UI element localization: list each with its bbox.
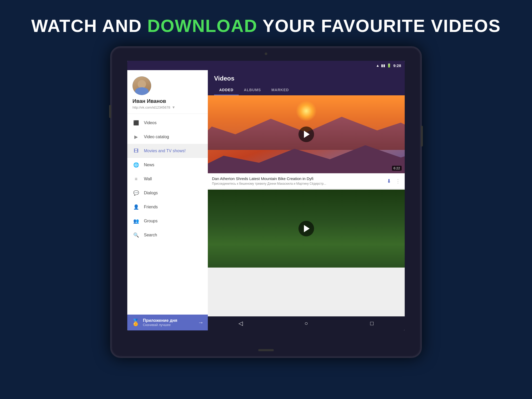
dropdown-icon[interactable]: ▼ xyxy=(172,105,175,109)
promo-title: Приложение дня xyxy=(143,318,195,323)
sidebar-item-movies[interactable]: 🎞 Movies and TV shows! xyxy=(127,144,208,158)
sidebar-item-videos-label: Videos xyxy=(144,121,157,125)
wall-icon: ≡ xyxy=(132,175,140,183)
home-button[interactable]: ○ xyxy=(300,317,313,330)
sidebar-item-dialogs-label: Dialogs xyxy=(144,191,158,195)
avatar xyxy=(132,76,151,95)
groups-icon: 👥 xyxy=(132,217,140,225)
video-title-text-1: Dan Atherton Shreds Latest Mountain Bike… xyxy=(212,176,384,181)
promo-subtitle: Скачивай лучшее xyxy=(143,323,195,327)
play-button-1[interactable] xyxy=(298,127,314,142)
friends-icon: 👤 xyxy=(132,203,140,211)
app-content: Иван Иванов http://vk.com/id12345678 ▼ ⬛… xyxy=(127,70,405,330)
sidebar-item-search-label: Search xyxy=(144,233,157,237)
video-list: 6:22 Dan Atherton Shreds Latest Mountain… xyxy=(208,95,405,316)
promo-arrow-icon: → xyxy=(198,319,204,326)
promo-text: Приложение дня Скачивай лучшее xyxy=(143,318,195,327)
sidebar-item-movies-label: Movies and TV shows! xyxy=(144,149,186,153)
tab-marked[interactable]: MARKED xyxy=(266,85,294,95)
video-duration-1: 6:22 xyxy=(392,166,402,171)
headline-highlight: DOWNLOAD xyxy=(147,16,257,36)
back-button[interactable]: ◁ xyxy=(234,317,247,330)
user-url: http://vk.com/id12345678 xyxy=(132,105,170,109)
download-button-1[interactable]: ⬇ xyxy=(387,178,391,184)
bottom-nav: ◁ ○ □ xyxy=(208,316,405,330)
sidebar-item-wall[interactable]: ≡ Wall xyxy=(127,172,208,186)
user-profile: Иван Иванов http://vk.com/id12345678 ▼ xyxy=(127,70,208,114)
tablet-camera xyxy=(265,52,267,55)
video-info-1: Dan Atherton Shreds Latest Mountain Bike… xyxy=(208,173,405,189)
promo-icon: 🏅 xyxy=(131,318,140,327)
video-actions-1: ⬇ ⋮ xyxy=(387,178,401,184)
sidebar: Иван Иванов http://vk.com/id12345678 ▼ ⬛… xyxy=(127,70,208,330)
sidebar-item-search[interactable]: 🔍 Search xyxy=(127,228,208,242)
videos-icon: ⬛ xyxy=(132,119,140,127)
sidebar-item-groups-label: Groups xyxy=(144,219,157,223)
page-headline: WATCH AND DOWNLOAD YOUR FAVOURITE VIDEOS xyxy=(31,16,501,36)
video-catalog-icon: ▶ xyxy=(132,133,140,141)
sidebar-item-friends-label: Friends xyxy=(144,205,158,209)
sidebar-item-news[interactable]: 🌐 News xyxy=(127,158,208,172)
wifi-icon: ▲ xyxy=(376,63,380,68)
tablet-screen: ▲ ▮▮ 🔋 9:28 Иван Иванов xyxy=(127,61,405,330)
promo-banner[interactable]: 🏅 Приложение дня Скачивай лучшее → xyxy=(127,315,208,330)
content-title: Videos xyxy=(214,75,398,82)
sidebar-item-friends[interactable]: 👤 Friends xyxy=(127,200,208,214)
tab-added[interactable]: ADDED xyxy=(214,85,239,95)
search-icon: 🔍 xyxy=(132,231,140,239)
play-button-2[interactable] xyxy=(298,221,314,236)
tablet-power-button[interactable] xyxy=(421,126,423,147)
battery-icon: 🔋 xyxy=(387,63,391,68)
nav-list: ⬛ Videos ▶ Video catalog 🎞 Movies and TV… xyxy=(127,114,208,315)
video-card: 6:22 Dan Atherton Shreds Latest Mountain… xyxy=(208,95,405,189)
sidebar-item-news-label: News xyxy=(144,163,154,167)
user-url-row: http://vk.com/id12345678 ▼ xyxy=(132,105,203,109)
dialogs-icon: 💬 xyxy=(132,189,140,197)
tablet-device: ▲ ▮▮ 🔋 9:28 Иван Иванов xyxy=(110,46,422,358)
sidebar-item-videos[interactable]: ⬛ Videos xyxy=(127,116,208,130)
video-title-1: Dan Atherton Shreds Latest Mountain Bike… xyxy=(212,176,384,185)
thumb-overlay-1 xyxy=(208,95,405,173)
user-name: Иван Иванов xyxy=(132,98,203,104)
status-bar: ▲ ▮▮ 🔋 9:28 xyxy=(127,61,405,70)
tab-albums[interactable]: ALBUMS xyxy=(239,85,266,95)
tablet-body: ▲ ▮▮ 🔋 9:28 Иван Иванов xyxy=(110,46,422,358)
tabs-row: ADDED ALBUMS MARKED xyxy=(214,85,398,95)
headline-text-part1: WATCH AND xyxy=(31,16,147,36)
signal-icon: ▮▮ xyxy=(381,63,385,68)
content-header: Videos ADDED ALBUMS MARKED xyxy=(208,70,405,95)
recent-apps-button[interactable]: □ xyxy=(365,317,378,330)
video-thumbnail-1[interactable]: 6:22 xyxy=(208,95,405,173)
sidebar-item-dialogs[interactable]: 💬 Dialogs xyxy=(127,186,208,200)
sidebar-item-wall-label: Wall xyxy=(144,177,152,181)
headline-text-part2: YOUR FAVOURITE VIDEOS xyxy=(257,16,501,36)
status-icons: ▲ ▮▮ 🔋 xyxy=(376,63,391,68)
thumb-overlay-2 xyxy=(208,190,405,268)
sidebar-item-video-catalog-label: Video catalog xyxy=(144,135,169,139)
sidebar-item-groups[interactable]: 👥 Groups xyxy=(127,214,208,228)
video-subtitle-1: Присоединитесь к бешеному тревелу Дэнни … xyxy=(212,182,384,185)
movies-icon: 🎞 xyxy=(132,147,140,155)
status-time: 9:28 xyxy=(393,63,401,68)
tablet-home-bar xyxy=(258,349,274,351)
sidebar-item-video-catalog[interactable]: ▶ Video catalog xyxy=(127,130,208,144)
more-button-1[interactable]: ⋮ xyxy=(395,178,401,184)
news-icon: 🌐 xyxy=(132,161,140,169)
video-thumbnail-2[interactable] xyxy=(208,190,405,268)
video-card-2 xyxy=(208,190,405,268)
main-content: Videos ADDED ALBUMS MARKED xyxy=(208,70,405,330)
tablet-volume-button[interactable] xyxy=(109,105,111,118)
avatar-face xyxy=(132,76,151,95)
